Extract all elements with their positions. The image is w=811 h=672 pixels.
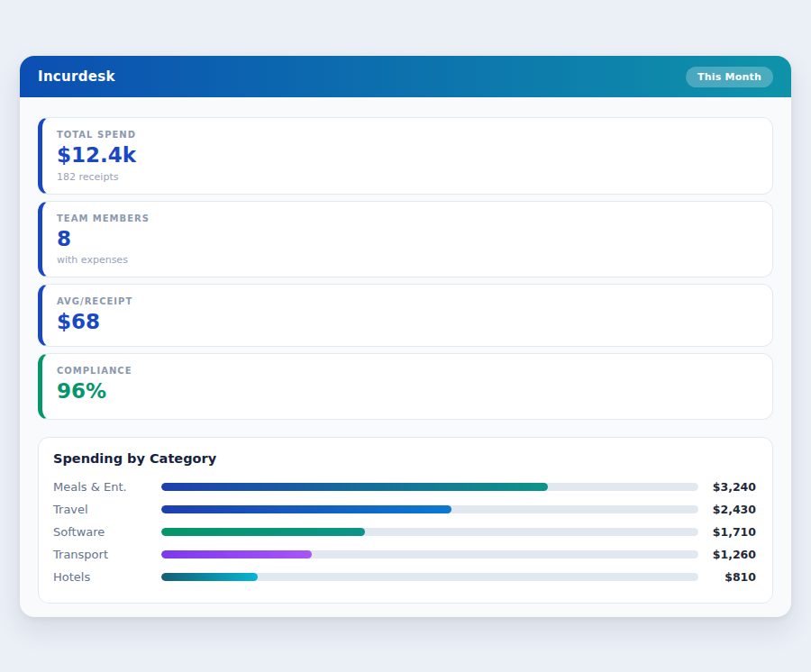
period-badge[interactable]: This Month bbox=[686, 67, 773, 87]
category-bar-track bbox=[161, 505, 698, 513]
category-label: Meals & Ent. bbox=[53, 480, 161, 494]
category-value: $1,710 bbox=[698, 525, 756, 539]
stat-value: $68 bbox=[57, 310, 758, 335]
category-bar-track bbox=[161, 550, 698, 558]
category-row-software: Software$1,710 bbox=[53, 521, 756, 543]
category-label: Travel bbox=[53, 503, 161, 516]
stat-card-compliance: COMPLIANCE96% bbox=[38, 353, 773, 421]
app-header: Incurdesk This Month bbox=[20, 56, 791, 97]
panel-title: Spending by Category bbox=[53, 451, 756, 466]
stat-subtext: 182 receipts bbox=[57, 171, 758, 183]
category-value: $810 bbox=[698, 570, 756, 584]
category-row-transport: Transport$1,260 bbox=[53, 543, 756, 566]
stat-label: TEAM MEMBERS bbox=[57, 213, 758, 223]
spending-panel: Spending by Category Meals & Ent.$3,240T… bbox=[38, 437, 773, 604]
stat-card-team-members: TEAM MEMBERS8with expenses bbox=[38, 201, 773, 278]
category-bar-track bbox=[161, 528, 698, 536]
stat-card-total-spend: TOTAL SPEND$12.4k182 receipts bbox=[38, 117, 773, 195]
stat-value: 8 bbox=[57, 227, 758, 252]
stat-label: COMPLIANCE bbox=[57, 366, 758, 376]
category-value: $2,430 bbox=[698, 503, 756, 516]
stat-value: $12.4k bbox=[57, 143, 758, 168]
category-bar-fill bbox=[161, 550, 312, 558]
category-bar-fill bbox=[161, 483, 548, 491]
category-bar-fill bbox=[161, 505, 451, 513]
stat-card-avg-receipt: AVG/RECEIPT$68 bbox=[38, 284, 773, 347]
category-row-hotels: Hotels$810 bbox=[53, 566, 756, 588]
dashboard-card: Incurdesk This Month TOTAL SPEND$12.4k18… bbox=[20, 56, 791, 617]
dashboard-body: TOTAL SPEND$12.4k182 receiptsTEAM MEMBER… bbox=[20, 97, 791, 617]
category-bar-fill bbox=[161, 528, 365, 536]
category-value: $3,240 bbox=[698, 480, 756, 494]
stat-label: AVG/RECEIPT bbox=[57, 296, 758, 306]
stat-label: TOTAL SPEND bbox=[57, 130, 758, 140]
category-value: $1,260 bbox=[698, 548, 756, 561]
stat-subtext: with expenses bbox=[57, 254, 758, 266]
app-title: Incurdesk bbox=[38, 68, 115, 85]
category-label: Hotels bbox=[53, 570, 161, 584]
stat-value: 96% bbox=[57, 379, 758, 404]
category-bar-track bbox=[161, 483, 698, 491]
category-bar-fill bbox=[161, 573, 258, 581]
category-label: Software bbox=[53, 525, 161, 539]
category-label: Transport bbox=[53, 548, 161, 561]
category-bar-track bbox=[161, 573, 698, 581]
category-bars: Meals & Ent.$3,240Travel$2,430Software$1… bbox=[53, 476, 756, 588]
category-row-travel: Travel$2,430 bbox=[53, 498, 756, 521]
category-row-meals-ent-: Meals & Ent.$3,240 bbox=[53, 476, 756, 498]
stats-list: TOTAL SPEND$12.4k182 receiptsTEAM MEMBER… bbox=[38, 117, 773, 420]
